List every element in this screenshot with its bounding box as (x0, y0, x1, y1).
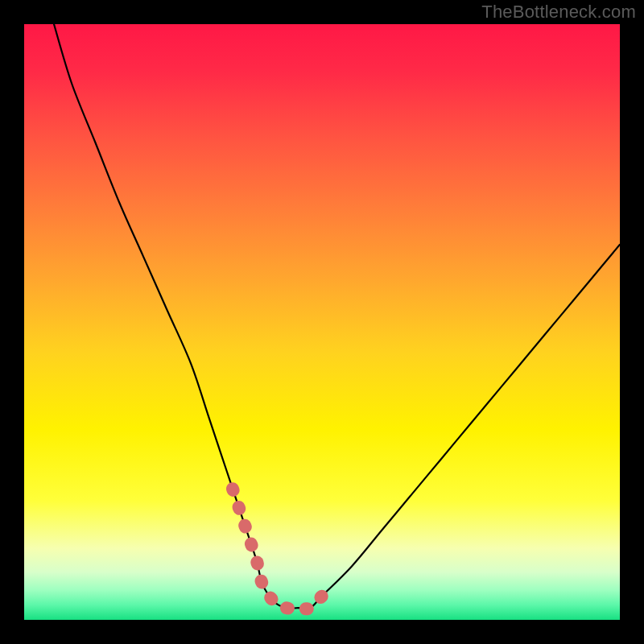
watermark-text: TheBottleneck.com (481, 2, 636, 23)
bottleneck-curve (54, 24, 620, 609)
plot-area (24, 24, 620, 620)
optimal-range-highlight (233, 489, 322, 609)
chart-frame: TheBottleneck.com (0, 0, 644, 644)
curve-layer (24, 24, 620, 620)
